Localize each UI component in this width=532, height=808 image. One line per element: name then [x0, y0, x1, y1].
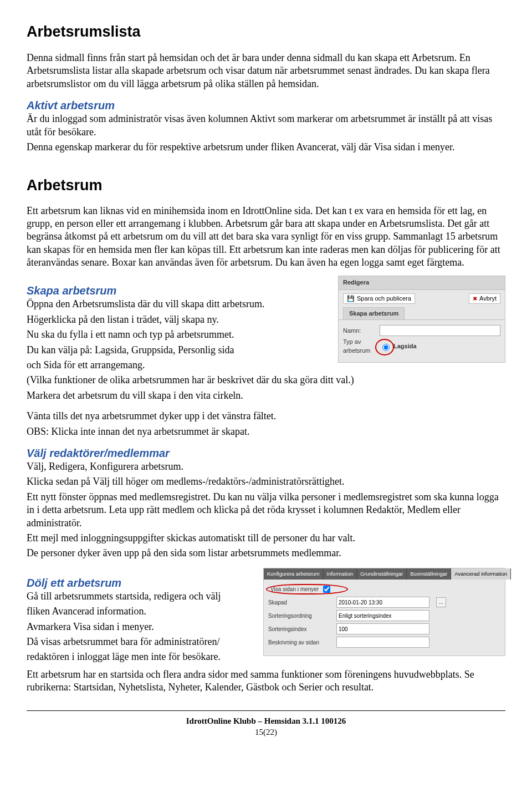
label-typ: Typ av arbetsrum — [343, 338, 376, 355]
valj-line: Välj, Redigera, Konfigurera arbetsrum. — [27, 460, 505, 473]
tab-genvag[interactable]: Genväg i extern — [511, 568, 532, 580]
wait-line-1: Vänta tills det nya arbetsrummet dyker u… — [27, 410, 505, 423]
tab-information[interactable]: Information — [324, 568, 357, 580]
dolj-line: Då visas arbetsrummet bara för administr… — [27, 636, 255, 648]
skapa-line: Högerklicka på den listan i trädet, välj… — [27, 313, 330, 326]
label-beskrivning: Beskrivning av sidan — [268, 639, 332, 646]
tab-grundinstallningar[interactable]: Grundinställningar — [357, 568, 407, 580]
skapa-line: Nu ska du fylla i ett namn och typ på ar… — [27, 328, 330, 341]
radio-label-lagsida: Lagsida — [393, 342, 417, 350]
heading-valj-redaktorer: Välj redaktörer/medlemmar — [27, 446, 505, 460]
footer-page: 15(22) — [27, 727, 505, 738]
arbetsrum-paragraph: Ett arbetsrum kan liknas vid en minihems… — [27, 205, 505, 270]
heading-arbetsrumslista: Arbetsrumslista — [27, 22, 505, 42]
date-picker-button[interactable]: ... — [436, 597, 446, 607]
save-publish-label: Spara och publicera — [357, 295, 411, 302]
save-publish-button[interactable]: Spara och publicera — [343, 293, 415, 304]
dolj-line: Avmarkera Visa sidan i menyer. — [27, 621, 255, 633]
tab-skapa-arbetsrum[interactable]: Skapa arbetsrum — [343, 307, 405, 319]
skapa-after-2: Markera det arbetsrum du vill skapa i de… — [27, 389, 505, 402]
skapa-after-1: (Vilka funktioner de olika arbetsrummen … — [27, 374, 505, 387]
panel-header: Redigera — [339, 276, 505, 289]
skapad-input[interactable] — [336, 597, 429, 608]
valj-line: De personer dyker även upp på den sida s… — [27, 547, 505, 560]
valj-line: Klicka sedan på Välj till höger om medle… — [27, 475, 505, 488]
footer-title: IdrottOnline Klubb – Hemsidan 3.1.1 1001… — [27, 716, 505, 727]
label-sorteringsordning: Sorteringsordning — [268, 612, 332, 619]
skapa-line: Du kan välja på: Lagsida, Gruppsida, Per… — [27, 344, 330, 357]
tab-boxinstallningar[interactable]: Boxinställningar — [407, 568, 451, 580]
beskrivning-input[interactable] — [336, 637, 429, 648]
tab-konfigurera[interactable]: Konfigurera arbetsrum — [264, 568, 324, 580]
footer-rule — [27, 710, 505, 711]
sorteringsindex-input[interactable] — [336, 623, 429, 634]
label-namn: Namn: — [343, 327, 376, 335]
heading-aktivt-arbetsrum: Aktivt arbetsrum — [27, 98, 505, 113]
heading-arbetsrum: Arbetsrum — [27, 176, 505, 195]
tab-strip: Konfigurera arbetsrum Information Grundi… — [264, 568, 505, 580]
redigera-panel: Redigera Spara och publicera Avbryt Skap… — [338, 276, 505, 363]
visa-sidan-checkbox[interactable] — [323, 586, 330, 593]
heading-skapa-arbetsrum: Skapa arbetsrum — [27, 283, 330, 298]
label-skapad: Skapad — [268, 599, 332, 606]
tab-avancerad-information[interactable]: Avancerad information — [451, 568, 511, 580]
red-ellipse-annotation: Visa sidan i menyer — [266, 584, 348, 594]
skapa-line: Öppna den Arbetsrumslista där du vill sk… — [27, 298, 330, 311]
dolj-line: fliken Avancerad information. — [27, 605, 255, 618]
dolj-line: redaktören i inloggat läge men inte för … — [27, 651, 255, 663]
dolj-line: Gå till arbetsrummets startsida, rediger… — [27, 590, 255, 603]
skapa-line: och Sida för ett arrangemang. — [27, 359, 330, 372]
cancel-button[interactable]: Avbryt — [469, 293, 500, 304]
name-input[interactable] — [380, 325, 500, 336]
aktivt-paragraph-2: Denna egenskap markerar du för respektiv… — [27, 141, 505, 154]
valj-line: Ett nytt fönster öppnas med medlemsregis… — [27, 491, 505, 530]
wait-line-2: OBS: Klicka inte innan det nya arbetsrum… — [27, 425, 505, 438]
advanced-tabs-panel: Konfigurera arbetsrum Information Grundi… — [263, 568, 505, 656]
cancel-label: Avbryt — [479, 295, 497, 302]
heading-dolj-arbetsrum: Dölj ett arbetsrum — [27, 576, 255, 590]
type-radio-lagsida[interactable] — [382, 344, 390, 351]
valj-line: Ett mejl med inloggningsuppgifter skicka… — [27, 532, 505, 545]
intro-paragraph: Denna sidmall finns från start på hemsid… — [27, 52, 505, 90]
dolj-after: Ett arbetsrum har en startsida och flera… — [27, 668, 505, 694]
aktivt-paragraph-1: Är du inloggad som administratör visas ä… — [27, 113, 505, 139]
sorteringsordning-input[interactable] — [336, 610, 429, 621]
label-visa-sidan: Visa sidan i menyer — [270, 586, 319, 593]
close-icon — [473, 295, 477, 302]
label-sorteringsindex: Sorteringsindex — [268, 626, 332, 633]
disk-icon — [347, 295, 355, 302]
